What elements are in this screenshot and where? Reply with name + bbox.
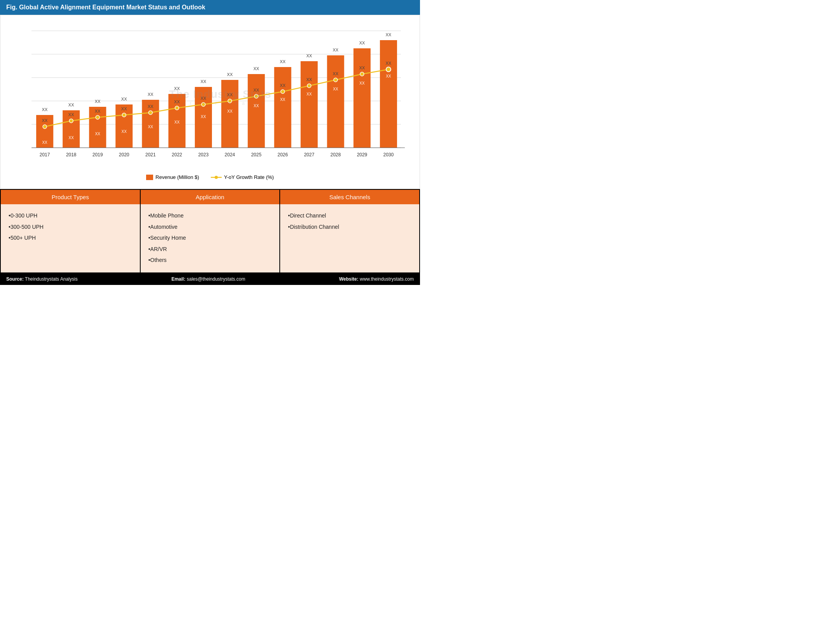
svg-text:XX: XX [333,71,339,76]
product-type-item-1: •0-300 UPH [9,210,132,221]
svg-text:2017: 2017 [40,152,50,157]
svg-text:XX: XX [121,97,127,101]
bar-2025 [248,74,265,148]
legend-growth-label: Y-oY Growth Rate (%) [224,174,274,180]
bar-2026 [274,67,291,148]
svg-text:XX: XX [201,96,206,101]
svg-text:XX: XX [253,88,259,92]
svg-text:XX: XX [148,104,154,109]
svg-text:XX: XX [359,65,365,70]
application-card: Application •Mobile Phone •Automotive •S… [141,190,280,272]
footer: Source: Theindustrystats Analysis Email:… [0,273,420,285]
svg-point-55 [201,103,205,106]
svg-point-57 [254,94,258,98]
legend-revenue-box [146,175,153,180]
application-item-2: •Automotive [148,222,272,232]
bottom-section: Product Types •0-300 UPH •300-500 UPH •5… [0,189,420,273]
application-item-5: •Others [148,255,272,265]
svg-point-52 [122,113,126,117]
svg-text:XX: XX [42,118,48,123]
application-item-1: •Mobile Phone [148,210,272,221]
svg-text:2024: 2024 [225,152,235,157]
svg-text:XX: XX [68,112,74,117]
svg-text:2027: 2027 [304,152,314,157]
svg-text:2025: 2025 [251,152,261,157]
svg-text:XX: XX [280,97,286,102]
svg-text:XX: XX [95,132,101,136]
product-type-item-2: •300-500 UPH [9,222,132,232]
svg-text:2019: 2019 [92,152,103,157]
chart-legend: Revenue (Million $) Y-oY Growth Rate (%) [12,171,408,185]
legend-growth-line [211,175,222,180]
legend-growth: Y-oY Growth Rate (%) [211,174,274,180]
svg-text:XX: XX [386,32,392,37]
svg-text:2028: 2028 [330,152,341,157]
svg-text:XX: XX [333,48,339,52]
sales-channels-card: Sales Channels •Direct Channel •Distribu… [280,190,419,272]
svg-text:2022: 2022 [172,152,182,157]
footer-website: Website: www.theindustrystats.com [339,276,414,282]
svg-text:XX: XX [68,103,74,107]
svg-text:XX: XX [201,79,206,84]
svg-text:2030: 2030 [383,152,394,157]
application-header: Application [141,190,280,204]
svg-text:XX: XX [227,72,233,77]
svg-text:XX: XX [360,81,365,85]
footer-source: Source: Theindustrystats Analysis [6,276,78,282]
sales-channel-item-2: •Distribution Channel [288,222,411,232]
svg-text:2021: 2021 [145,152,156,157]
svg-point-51 [96,115,100,119]
svg-point-61 [360,72,364,76]
svg-text:2023: 2023 [198,152,209,157]
bar-2024 [221,80,238,148]
svg-text:XX: XX [122,129,127,134]
svg-text:XX: XX [148,92,154,97]
svg-point-49 [43,125,47,129]
svg-point-54 [175,106,179,110]
svg-text:XX: XX [42,140,48,145]
svg-text:XX: XX [69,136,74,140]
svg-point-60 [334,78,337,82]
bar-line-chart: XX XX XX XX XX XX XX XX XX XX XX XX XX [12,23,408,171]
svg-text:XX: XX [254,104,259,108]
svg-point-56 [228,99,232,103]
svg-text:XX: XX [42,107,48,112]
svg-text:XX: XX [280,59,286,64]
svg-text:2029: 2029 [357,152,367,157]
svg-text:XX: XX [201,115,206,119]
sales-channels-header: Sales Channels [280,190,419,204]
svg-text:XX: XX [174,99,180,104]
svg-point-50 [69,119,73,123]
svg-point-53 [148,111,152,115]
svg-text:XX: XX [175,120,180,124]
chart-title: Fig. Global Active Alignment Equipment M… [0,0,420,15]
svg-text:XX: XX [95,99,101,104]
legend-revenue-label: Revenue (Million $) [155,174,199,180]
svg-point-78 [215,176,218,179]
svg-text:XX: XX [359,41,365,45]
bar-2027 [301,61,318,148]
svg-text:XX: XX [174,86,180,91]
svg-text:XX: XX [386,74,391,78]
svg-point-62 [386,67,391,72]
bar-2030 [380,40,397,148]
chart-container: The Industry Stats m a r k e t r e s e a… [0,15,420,189]
sales-channel-item-1: •Direct Channel [288,210,411,221]
svg-text:XX: XX [333,87,339,91]
application-body: •Mobile Phone •Automotive •Security Home… [141,204,280,272]
svg-point-58 [281,90,285,94]
svg-text:XX: XX [148,125,154,129]
svg-text:2026: 2026 [277,152,288,157]
legend-revenue: Revenue (Million $) [146,174,199,180]
svg-point-59 [307,84,311,88]
svg-text:2018: 2018 [66,152,76,157]
svg-text:XX: XX [280,83,286,88]
application-item-4: •AR/VR [148,244,272,255]
svg-text:XX: XX [95,109,101,113]
svg-text:XX: XX [386,61,392,65]
sales-channels-body: •Direct Channel •Distribution Channel [280,204,419,239]
product-types-card: Product Types •0-300 UPH •300-500 UPH •5… [1,190,140,272]
footer-email: Email: sales@theindustrystats.com [171,276,245,282]
chart-wrapper: The Industry Stats m a r k e t r e s e a… [12,23,408,171]
bar-2029 [353,48,371,148]
